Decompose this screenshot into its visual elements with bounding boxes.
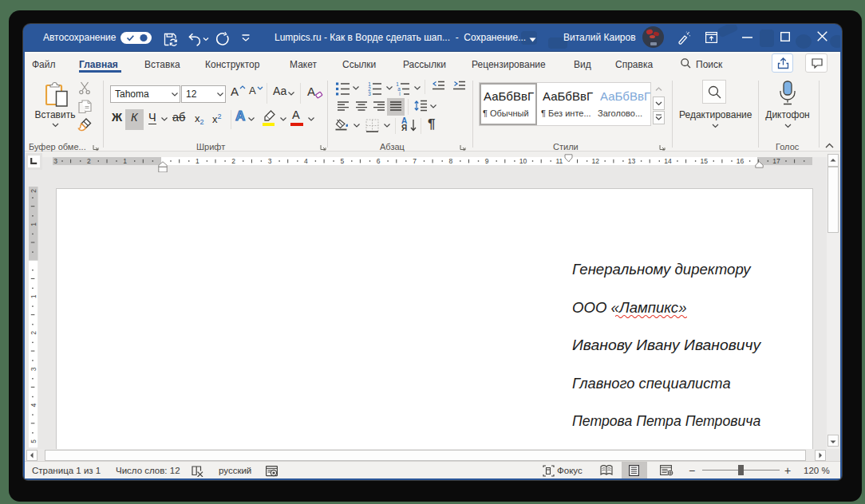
svg-text:10: 10: [519, 157, 527, 165]
svg-text:5: 5: [30, 439, 38, 443]
svg-text:3: 3: [53, 157, 57, 165]
svg-text:i: i: [399, 91, 400, 96]
svg-text:3: 3: [368, 91, 371, 96]
svg-text:2: 2: [30, 331, 38, 335]
svg-text:3: 3: [268, 157, 272, 165]
svg-text:9: 9: [485, 157, 489, 165]
svg-text:2: 2: [231, 157, 235, 165]
svg-text:2: 2: [30, 189, 38, 193]
svg-text:7: 7: [413, 157, 417, 165]
svg-text:3: 3: [30, 367, 38, 371]
svg-text:1: 1: [196, 157, 199, 165]
svg-text:16: 16: [737, 157, 745, 165]
svg-text:5: 5: [340, 157, 344, 165]
svg-text:17: 17: [772, 157, 780, 165]
svg-text:1: 1: [30, 222, 38, 226]
svg-text:1: 1: [123, 157, 127, 165]
svg-text:6: 6: [377, 157, 381, 165]
svg-text:2: 2: [87, 157, 91, 165]
svg-text:15: 15: [700, 157, 708, 165]
svg-text:1: 1: [30, 294, 38, 298]
svg-text:14: 14: [664, 157, 672, 165]
svg-text:12: 12: [591, 157, 599, 165]
svg-text:11: 11: [555, 157, 563, 165]
svg-text:4: 4: [304, 157, 308, 165]
svg-text:8: 8: [448, 157, 452, 165]
svg-text:4: 4: [30, 403, 38, 407]
svg-text:13: 13: [628, 157, 636, 165]
